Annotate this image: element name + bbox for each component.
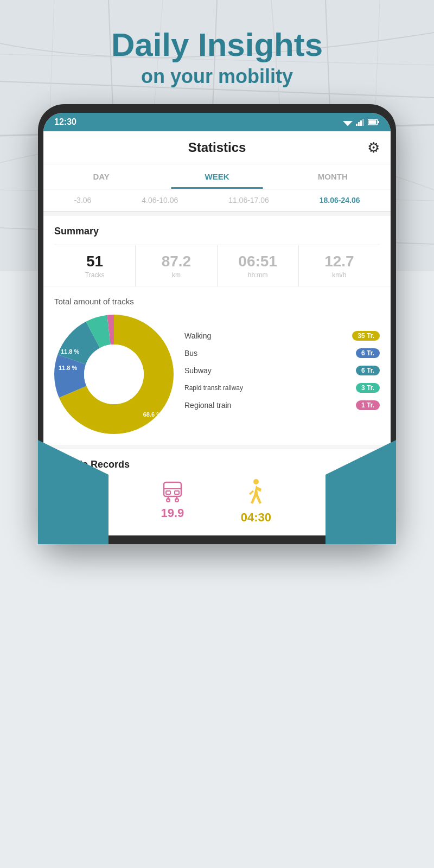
stat-km-value: 87.2 <box>138 253 214 270</box>
hero-title: Daily Insights on your mobility <box>111 27 323 88</box>
stat-time-value: 06:51 <box>220 253 296 270</box>
svg-point-38 <box>253 479 259 484</box>
donut-label-68: 68.6 % <box>143 411 162 418</box>
legend-item-walking: Walking 35 Tr. <box>184 331 380 341</box>
status-bar: 12:30 <box>43 113 391 131</box>
legend-badge-subway: 6 Tr. <box>356 366 380 375</box>
legend-badge-rapid: 3 Tr. <box>356 383 380 393</box>
legend-badge-walking: 35 Tr. <box>352 331 380 341</box>
stat-tracks-value: 51 <box>56 253 133 270</box>
tracks-section-title: Total amount of tracks <box>54 297 380 306</box>
page-container: Daily Insights on your mobility 12:30 <box>0 0 434 868</box>
donut-chart: 68.6 % 11.8 % 11.8 % <box>54 315 174 434</box>
svg-rect-33 <box>175 491 179 494</box>
legend-label-walking: Walking <box>184 331 211 340</box>
vehicle-value-walking2: 04:30 <box>241 510 271 525</box>
vehicle-value-bus: 19.9 <box>161 506 184 520</box>
svg-point-36 <box>167 499 170 502</box>
svg-rect-20 <box>369 120 376 124</box>
summary-section: Summary 51 Tracks 87.2 km 06:51 hh:mm <box>43 216 391 286</box>
legend-label-regional: Regional train <box>184 401 231 410</box>
status-time: 12:30 <box>54 117 76 127</box>
donut-label-11a: 11.8 % <box>59 365 77 371</box>
stat-speed-label: km/h <box>301 271 378 279</box>
legend-item-regional: Regional train 1 Tr. <box>184 400 380 410</box>
legend-item-rapid: Rapid transit railway 3 Tr. <box>184 383 380 393</box>
week-item-1[interactable]: -3.06 <box>74 196 91 205</box>
week-item-4[interactable]: 18.06-24.06 <box>320 196 360 205</box>
legend-badge-regional: 1 Tr. <box>356 400 380 410</box>
legend-label-subway: Subway <box>184 366 212 375</box>
stat-time-label: hh:mm <box>220 271 296 279</box>
svg-rect-21 <box>378 121 379 123</box>
app-header: Statistics ⚙ <box>43 131 391 164</box>
phone-mockup: 12:30 <box>38 104 396 544</box>
vehicle-records-title: Vehicle Records <box>54 459 380 470</box>
legend-label-bus: Bus <box>184 349 197 358</box>
stat-km: 87.2 km <box>136 245 217 286</box>
stat-speed-value: 12.7 <box>301 253 378 270</box>
tab-day[interactable]: DAY <box>43 164 159 189</box>
summary-title: Summary <box>54 226 380 237</box>
bus-icon <box>161 479 184 503</box>
stat-km-label: km <box>138 271 214 279</box>
week-item-2[interactable]: 4.06-10.06 <box>142 196 178 205</box>
legend-badge-bus: 6 Tr. <box>356 348 380 358</box>
hero-line2: on your mobility <box>111 65 323 88</box>
app-header-title: Statistics <box>188 140 246 155</box>
week-item-3[interactable]: 11.06-17.06 <box>228 196 269 205</box>
wifi-icon <box>343 118 353 126</box>
svg-rect-32 <box>166 491 170 494</box>
svg-rect-18 <box>362 119 364 126</box>
svg-rect-17 <box>360 120 362 126</box>
svg-marker-14 <box>346 124 349 126</box>
svg-rect-15 <box>356 124 358 126</box>
summary-stats: 51 Tracks 87.2 km 06:51 hh:mm 12.7 <box>54 245 380 286</box>
tracks-chart-area: 68.6 % 11.8 % 11.8 % Walking 35 Tr. Bus <box>54 315 380 434</box>
status-icons <box>343 118 380 126</box>
tab-week[interactable]: WEEK <box>159 164 275 189</box>
legend-item-subway: Subway 6 Tr. <box>184 366 380 375</box>
stat-time: 06:51 hh:mm <box>218 245 299 286</box>
vehicle-item-walking2: 04:30 <box>241 479 271 525</box>
svg-rect-16 <box>358 122 360 126</box>
svg-point-37 <box>175 499 178 502</box>
tracks-section: Total amount of tracks <box>43 287 391 445</box>
legend-item-bus: Bus 6 Tr. <box>184 348 380 358</box>
svg-line-39 <box>250 491 253 494</box>
week-nav: -3.06 4.06-10.06 11.06-17.06 18.06-24.06 <box>43 189 391 212</box>
battery-icon <box>368 119 380 125</box>
stat-speed: 12.7 km/h <box>299 245 380 286</box>
tab-month[interactable]: MONTH <box>275 164 391 189</box>
walking2-icon <box>245 479 267 507</box>
tabs-container: DAY WEEK MONTH <box>43 164 391 189</box>
hero-line1: Daily Insights <box>111 27 323 63</box>
vehicle-item-bus: 19.9 <box>161 479 184 520</box>
gear-icon[interactable]: ⚙ <box>367 139 380 156</box>
stat-tracks: 51 Tracks <box>54 245 136 286</box>
legend: Walking 35 Tr. Bus 6 Tr. Subway 6 Tr. <box>184 331 380 418</box>
donut-label-11b: 11.8 % <box>61 348 79 355</box>
svg-point-27 <box>84 344 144 404</box>
signal-icon <box>356 118 365 126</box>
stat-tracks-label: Tracks <box>56 271 133 279</box>
legend-label-rapid: Rapid transit railway <box>184 384 243 392</box>
